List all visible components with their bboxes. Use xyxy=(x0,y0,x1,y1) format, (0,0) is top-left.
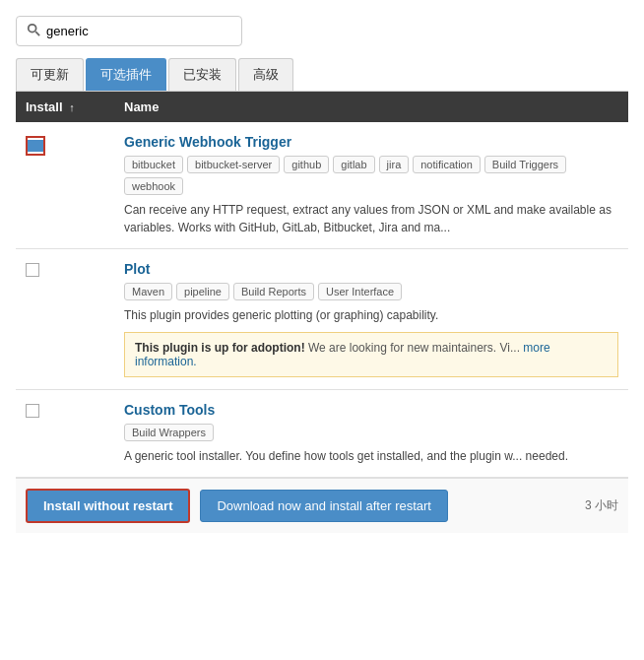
plugin-name-generic-webhook[interactable]: Generic Webhook Trigger xyxy=(124,134,618,150)
sort-arrow: ↑ xyxy=(69,101,75,113)
plugin-name-custom-tools[interactable]: Custom Tools xyxy=(124,402,618,418)
install-without-restart-button[interactable]: Install without restart xyxy=(26,489,190,523)
search-icon xyxy=(27,23,40,39)
main-container: 可更新 可选插件 已安装 高级 Install ↑ Name Generic W… xyxy=(0,0,644,660)
checkbox-col-3 xyxy=(26,402,124,418)
tag-maven[interactable]: Maven xyxy=(124,283,172,300)
header-install: Install ↑ xyxy=(26,99,124,114)
plugin-tags-3: Build Wrappers xyxy=(124,424,618,441)
tag-bitbucket-server[interactable]: bitbucket-server xyxy=(187,156,280,173)
plugin-desc-3: A generic tool installer. You define how… xyxy=(124,447,618,465)
tag-build-triggers[interactable]: Build Triggers xyxy=(484,156,566,173)
plugin-desc-1: Can receive any HTTP request, extract an… xyxy=(124,201,618,236)
tag-gitlab[interactable]: gitlab xyxy=(333,156,374,173)
tag-webhook[interactable]: webhook xyxy=(124,177,183,195)
plugin-name-plot[interactable]: Plot xyxy=(124,261,618,277)
tag-build-reports[interactable]: Build Reports xyxy=(233,283,314,300)
plugin-tags-1: bitbucket bitbucket-server github gitlab… xyxy=(124,156,618,195)
adoption-bold: This plugin is up for adoption! xyxy=(135,341,305,355)
plugin-desc-2: This plugin provides generic plotting (o… xyxy=(124,306,618,324)
adoption-text: We are looking for new maintainers. Vi..… xyxy=(308,341,520,355)
tab-updatable[interactable]: 可更新 xyxy=(16,58,84,91)
svg-point-0 xyxy=(29,25,36,33)
tab-installed[interactable]: 已安装 xyxy=(168,58,236,91)
checkbox-col-2 xyxy=(26,261,124,277)
download-install-after-restart-button[interactable]: Download now and install after restart xyxy=(200,490,448,522)
checkbox-custom-tools[interactable] xyxy=(26,404,39,418)
tag-bitbucket[interactable]: bitbucket xyxy=(124,156,183,173)
plugin-content-3: Custom Tools Build Wrappers A generic to… xyxy=(124,402,618,465)
table-header: Install ↑ Name xyxy=(16,92,628,122)
search-bar xyxy=(16,16,242,46)
tag-jira[interactable]: jira xyxy=(379,156,410,173)
plugin-row-generic-webhook: Generic Webhook Trigger bitbucket bitbuc… xyxy=(16,122,628,249)
checkbox-generic-webhook[interactable] xyxy=(26,136,45,156)
tag-pipeline[interactable]: pipeline xyxy=(176,283,229,300)
plugin-row-plot: Plot Maven pipeline Build Reports User I… xyxy=(16,249,628,390)
checkbox-col-1 xyxy=(26,134,124,156)
plugin-tags-2: Maven pipeline Build Reports User Interf… xyxy=(124,283,618,300)
tab-bar: 可更新 可选插件 已安装 高级 xyxy=(16,58,628,92)
footer-time: 3 小时 xyxy=(585,497,618,514)
tag-github[interactable]: github xyxy=(284,156,329,173)
tab-available[interactable]: 可选插件 xyxy=(86,58,166,91)
svg-line-1 xyxy=(35,32,39,35)
tag-build-wrappers[interactable]: Build Wrappers xyxy=(124,424,214,441)
plugin-content-1: Generic Webhook Trigger bitbucket bitbuc… xyxy=(124,134,618,236)
plugin-content-2: Plot Maven pipeline Build Reports User I… xyxy=(124,261,618,377)
footer-bar: Install without restart Download now and… xyxy=(16,478,628,533)
plugin-row-custom-tools: Custom Tools Build Wrappers A generic to… xyxy=(16,390,628,478)
search-input[interactable] xyxy=(46,24,231,38)
tag-notification[interactable]: notification xyxy=(413,156,481,173)
header-name: Name xyxy=(124,99,618,114)
adoption-notice: This plugin is up for adoption! We are l… xyxy=(124,332,618,377)
tab-advanced[interactable]: 高级 xyxy=(238,58,293,91)
checkbox-plot[interactable] xyxy=(26,263,39,277)
tag-user-interface[interactable]: User Interface xyxy=(318,283,402,300)
